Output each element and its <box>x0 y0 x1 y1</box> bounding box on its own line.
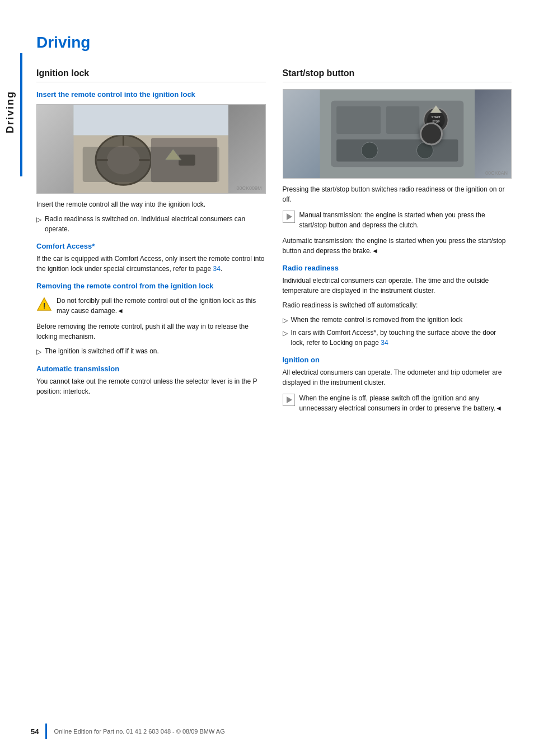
note-box-manual: Manual transmission: the engine is start… <box>283 210 512 230</box>
svg-text:START: START <box>431 116 440 119</box>
note-ignition-text: When the engine is off, please switch of… <box>299 393 512 413</box>
sidebar-label: Driving <box>0 56 20 168</box>
removing-remote-title: Removing the remote control from the ign… <box>36 282 266 290</box>
footer-text: Online Edition for Part no. 01 41 2 603 … <box>54 728 224 735</box>
play-icon-ignition <box>283 394 295 406</box>
removing-body1: Before removing the remote control, push… <box>36 321 266 342</box>
radio-bullet2: ▷ In cars with Comfort Access*, by touch… <box>283 328 512 348</box>
page-footer: 54 Online Edition for Part no. 01 41 2 6… <box>31 724 512 739</box>
radio-readiness-body2: Radio readiness is switched off automati… <box>283 300 512 310</box>
auto-transmission-title: Automatic transmission <box>36 365 266 373</box>
page-title: Driving <box>36 34 512 52</box>
bullet-arrow-1: ▷ <box>36 214 41 234</box>
radio-readiness-title: Radio readiness <box>283 264 512 272</box>
svg-marker-8 <box>165 149 181 160</box>
svg-marker-26 <box>287 213 292 220</box>
comfort-access-title: Comfort Access* <box>36 242 266 250</box>
auto-transmission-body: You cannot take out the remote control u… <box>36 376 266 396</box>
blue-accent-bar <box>20 53 22 176</box>
play-icon-manual <box>283 211 295 223</box>
comfort-access-body: If the car is equipped with Comfort Acce… <box>36 254 266 274</box>
svg-rect-15 <box>336 106 381 134</box>
svg-point-23 <box>361 142 378 159</box>
note-box-ignition: When the engine is off, please switch of… <box>283 393 512 413</box>
insert-bullet1: ▷ Radio readiness is switched on. Indivi… <box>36 214 266 234</box>
svg-marker-28 <box>287 396 292 403</box>
left-column: Ignition lock Insert the remote control … <box>36 68 266 419</box>
ignition-on-body1: All electrical consumers can operate. Th… <box>283 367 512 388</box>
right-column: Start/stop button START <box>283 68 512 419</box>
radio-readiness-body1: Individual electrical consumers can oper… <box>283 276 512 296</box>
svg-text:STOP: STOP <box>432 120 440 123</box>
radio-bullet1: ▷ When the remote control is removed fro… <box>283 315 512 325</box>
image-tag-right: 00CK0AN <box>485 170 508 176</box>
note-manual-text: Manual transmission: the engine is start… <box>299 210 512 230</box>
removing-bullet1: ▷ The ignition is switched off if it was… <box>36 346 266 357</box>
locking-link[interactable]: 34 <box>381 339 388 347</box>
ignition-on-title: Ignition on <box>283 356 512 364</box>
start-stop-title: Start/stop button <box>283 68 512 82</box>
svg-point-24 <box>416 142 433 159</box>
svg-text:!: ! <box>43 301 46 310</box>
comfort-access-link[interactable]: 34 <box>213 265 221 273</box>
bullet-arrow-2: ▷ <box>36 347 41 357</box>
bullet-arrow-3: ▷ <box>283 315 288 325</box>
svg-rect-16 <box>386 106 419 134</box>
page-number: 54 <box>31 727 39 736</box>
svg-rect-7 <box>179 155 195 166</box>
footer-blue-bar <box>45 724 47 739</box>
ignition-lock-title: Ignition lock <box>36 68 266 82</box>
svg-point-2 <box>107 146 140 174</box>
ignition-lock-image: 00CK009M <box>36 104 266 194</box>
bullet-arrow-4: ▷ <box>283 328 288 348</box>
insert-remote-title: Insert the remote control into the ignit… <box>36 90 266 99</box>
start-stop-body2: Automatic transmission: the engine is st… <box>283 236 512 256</box>
warning-icon: ! <box>36 297 52 312</box>
start-stop-image: START STOP 00CK0AN <box>283 89 512 179</box>
svg-rect-6 <box>151 138 218 182</box>
svg-rect-22 <box>336 139 458 162</box>
insert-body1: Insert the remote control all the way in… <box>36 199 266 209</box>
svg-rect-10 <box>74 105 229 135</box>
warning-text: Do not forcibly pull the remote control … <box>57 296 266 316</box>
start-stop-body1: Pressing the start/stop button switches … <box>283 184 512 204</box>
image-tag-left: 00CK009M <box>236 185 261 191</box>
warning-box: ! Do not forcibly pull the remote contro… <box>36 296 266 316</box>
